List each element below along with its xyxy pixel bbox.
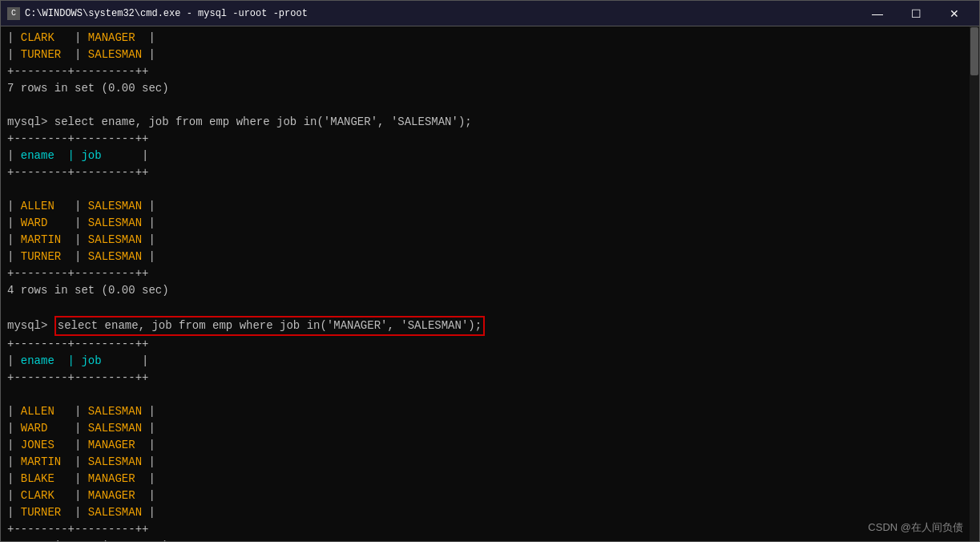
window-controls: — ☐ ✕: [859, 1, 973, 26]
terminal-line: | BLAKE | MANAGER |: [7, 471, 973, 487]
terminal-line: +--------+---------++: [7, 336, 973, 353]
terminal-line: | CLARK | MANAGER |: [7, 30, 973, 47]
terminal-line: | ALLEN | SALESMAN |: [7, 198, 973, 215]
scrollbar[interactable]: [970, 26, 979, 541]
terminal-line: +--------+---------++: [7, 63, 973, 80]
terminal-line: [7, 97, 973, 114]
terminal-line: mysql> select ename, job from emp where …: [7, 316, 973, 336]
terminal-line: [7, 181, 973, 198]
window: C C:\WINDOWS\system32\cmd.exe - mysql -u…: [0, 0, 980, 542]
terminal-line: | TURNER | SALESMAN |: [7, 249, 973, 265]
terminal-line: +--------+---------++: [7, 265, 973, 282]
minimize-button[interactable]: —: [859, 1, 896, 26]
terminal-line: 7 rows in set (0.00 sec): [7, 538, 973, 541]
terminal-line: | WARD | SALESMAN |: [7, 420, 973, 437]
terminal-line: | MARTIN | SALESMAN |: [7, 232, 973, 249]
terminal-line: +--------+---------++: [7, 370, 973, 386]
terminal-line: +--------+---------++: [7, 521, 973, 538]
terminal-line: [7, 386, 973, 403]
terminal-content: | CLARK | MANAGER || TURNER | SALESMAN |…: [7, 30, 973, 541]
close-button[interactable]: ✕: [936, 1, 973, 26]
terminal-line: +--------+---------++: [7, 164, 973, 181]
terminal-line: | CLARK | MANAGER |: [7, 487, 973, 504]
terminal-line: | WARD | SALESMAN |: [7, 215, 973, 232]
terminal-line: mysql> select ename, job from emp where …: [7, 114, 973, 131]
watermark: CSDN @在人间负债: [868, 520, 963, 535]
window-title: C:\WINDOWS\system32\cmd.exe - mysql -uro…: [25, 8, 308, 19]
terminal-line: [7, 299, 973, 316]
terminal-line: 4 rows in set (0.00 sec): [7, 282, 973, 299]
terminal-line: | TURNER | SALESMAN |: [7, 504, 973, 521]
terminal-line: | ename | job |: [7, 148, 973, 164]
terminal-line: +--------+---------++: [7, 131, 973, 148]
cmd-icon: C: [7, 7, 20, 20]
terminal-line: | JONES | MANAGER |: [7, 437, 973, 454]
terminal-line: | ALLEN | SALESMAN |: [7, 403, 973, 420]
maximize-button[interactable]: ☐: [897, 1, 934, 26]
scrollbar-thumb[interactable]: [970, 27, 978, 75]
terminal-line: | TURNER | SALESMAN |: [7, 47, 973, 63]
title-bar-left: C C:\WINDOWS\system32\cmd.exe - mysql -u…: [7, 7, 308, 20]
terminal-body: | CLARK | MANAGER || TURNER | SALESMAN |…: [1, 26, 979, 541]
terminal-line: | ename | job |: [7, 353, 973, 370]
terminal-line: | MARTIN | SALESMAN |: [7, 454, 973, 471]
title-bar: C C:\WINDOWS\system32\cmd.exe - mysql -u…: [1, 1, 979, 26]
terminal-line: 7 rows in set (0.00 sec): [7, 80, 973, 97]
